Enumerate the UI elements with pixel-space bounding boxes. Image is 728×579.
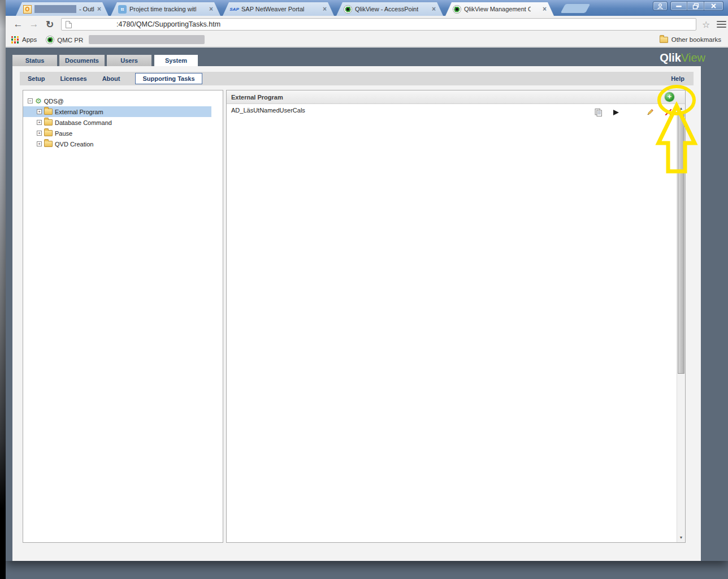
bookmarks-bar: Apps QMC PR Other bookmarks: [6, 33, 728, 47]
apps-grid-icon[interactable]: [11, 36, 19, 44]
task-tree-panel: − ⚙ QDS@ + External Program + Database C…: [23, 90, 223, 543]
system-content-card: Setup Licenses About Supporting Tasks He…: [12, 66, 701, 561]
tree-root-qds[interactable]: − ⚙ QDS@: [23, 96, 223, 106]
browser-window: O - Outlo × tt Project time tracking wit…: [6, 0, 728, 561]
tree-item-qvd-creation[interactable]: + QVD Creation: [23, 139, 223, 149]
forward-button[interactable]: →: [26, 19, 42, 30]
address-bar[interactable]: :4780/QMC/SupportingTasks.htm: [61, 18, 696, 31]
bookmark-star-icon[interactable]: ☆: [702, 19, 710, 30]
tab-title: Project time tracking with: [129, 6, 196, 12]
external-program-panel: External Program + AD_LäsUtNamedUserCals: [226, 90, 686, 543]
help-tab[interactable]: Help: [671, 72, 684, 85]
new-tab-button[interactable]: [561, 4, 591, 13]
tree-root-label: QDS@: [44, 98, 64, 105]
browser-tab-sap-portal[interactable]: SAP SAP NetWeaver Portal ×: [223, 2, 334, 16]
url-text: :4780/QMC/SupportingTasks.htm: [116, 20, 220, 28]
outlook-icon: O: [23, 5, 32, 14]
page-icon: [65, 20, 72, 29]
task-name: AD_LäsUtNamedUserCals: [231, 107, 305, 114]
close-tab-icon[interactable]: ×: [97, 5, 101, 13]
subtab-setup[interactable]: Setup: [28, 75, 45, 82]
window-controls: [653, 1, 723, 11]
expand-icon[interactable]: +: [37, 120, 42, 125]
redacted-tab-title: [34, 5, 76, 13]
subtab-supporting-tasks[interactable]: Supporting Tasks: [135, 73, 202, 84]
edit-task-icon[interactable]: [646, 108, 655, 117]
tab-title: QlikView - AccessPoint: [355, 6, 418, 12]
redacted-bookmark: [89, 35, 205, 44]
collapse-icon[interactable]: −: [28, 98, 33, 103]
expand-icon[interactable]: +: [37, 141, 42, 146]
scroll-down-icon[interactable]: ▼: [677, 533, 685, 542]
close-tab-icon[interactable]: ×: [323, 5, 327, 13]
browser-tab-strip: O - Outlo × tt Project time tracking wit…: [6, 0, 728, 16]
tree-item-external-program[interactable]: + External Program: [23, 106, 211, 117]
add-task-button[interactable]: +: [665, 92, 674, 102]
tab-system[interactable]: System: [154, 55, 198, 66]
tree-item-database-command[interactable]: + Database Command: [23, 117, 223, 128]
tab-title: SAP NetWeaver Portal: [241, 6, 304, 12]
tab-documents[interactable]: Documents: [59, 55, 105, 66]
tab-status[interactable]: Status: [12, 55, 57, 66]
tab-users[interactable]: Users: [107, 55, 151, 66]
folder-icon: [44, 119, 53, 126]
toggl-icon: tt: [118, 5, 127, 14]
sap-icon: SAP: [230, 5, 239, 14]
folder-icon: [44, 141, 53, 147]
qmc-page: Status Documents Users System QlikView S…: [6, 47, 728, 561]
browser-tab-qmc-active[interactable]: QlikView Management Co ×: [445, 2, 554, 16]
background-window-edge: [0, 0, 6, 579]
expand-icon[interactable]: +: [37, 109, 42, 114]
vertical-scrollbar[interactable]: ▲ ▼: [677, 104, 685, 542]
qlikview-icon: [46, 36, 54, 44]
profile-icon[interactable]: [653, 1, 668, 11]
bookmark-qmc-pr[interactable]: QMC PR: [46, 36, 83, 44]
qlikview-icon: [453, 5, 461, 14]
scrollbar-thumb[interactable]: [678, 114, 684, 374]
browser-tab-time-tracking[interactable]: tt Project time tracking with ×: [111, 2, 220, 16]
qlikview-logo: QlikView: [649, 51, 705, 64]
subtab-about[interactable]: About: [102, 75, 120, 82]
expand-icon[interactable]: +: [37, 131, 42, 136]
tree-item-label: External Program: [55, 109, 103, 115]
scroll-up-icon[interactable]: ▲: [677, 104, 685, 113]
panel-header: External Program: [227, 90, 685, 104]
chrome-menu-icon[interactable]: [717, 21, 726, 28]
browser-tab-outlook[interactable]: O - Outlo ×: [16, 2, 109, 16]
browser-toolbar: ← → ↻ :4780/QMC/SupportingTasks.htm ☆: [6, 16, 728, 33]
close-window-button[interactable]: [704, 1, 723, 11]
subtab-licenses[interactable]: Licenses: [60, 75, 87, 82]
tree-item-label: QVD Creation: [55, 141, 93, 148]
desktop: O - Outlo × tt Project time tracking wit…: [0, 0, 728, 579]
folder-icon: [44, 130, 53, 136]
run-task-icon[interactable]: [613, 108, 622, 117]
reload-button[interactable]: ↻: [42, 19, 58, 31]
folder-icon: [44, 109, 53, 115]
tree-item-label: Database Command: [55, 119, 112, 126]
minimize-button[interactable]: [670, 1, 687, 11]
tree-item-label: Pause: [55, 130, 72, 137]
qlikview-icon: [344, 5, 352, 14]
back-button[interactable]: ←: [10, 19, 26, 30]
delete-task-icon[interactable]: [665, 108, 674, 117]
folder-icon: [660, 37, 668, 43]
tab-title: - Outlo: [79, 6, 94, 12]
close-tab-icon[interactable]: ×: [432, 5, 436, 13]
system-subtab-bar: Setup Licenses About Supporting Tasks He…: [20, 72, 694, 85]
other-bookmarks[interactable]: Other bookmarks: [660, 36, 721, 43]
close-tab-icon[interactable]: ×: [209, 5, 213, 13]
tree-item-pause[interactable]: + Pause: [23, 128, 223, 139]
close-tab-icon[interactable]: ×: [543, 5, 547, 13]
browser-tab-accesspoint[interactable]: QlikView - AccessPoint ×: [336, 2, 443, 16]
restore-button[interactable]: [687, 1, 704, 11]
apps-label[interactable]: Apps: [22, 36, 37, 43]
gear-icon: ⚙: [35, 97, 42, 105]
tab-title: QlikView Management Co: [464, 6, 531, 12]
copy-task-icon[interactable]: [594, 108, 603, 117]
